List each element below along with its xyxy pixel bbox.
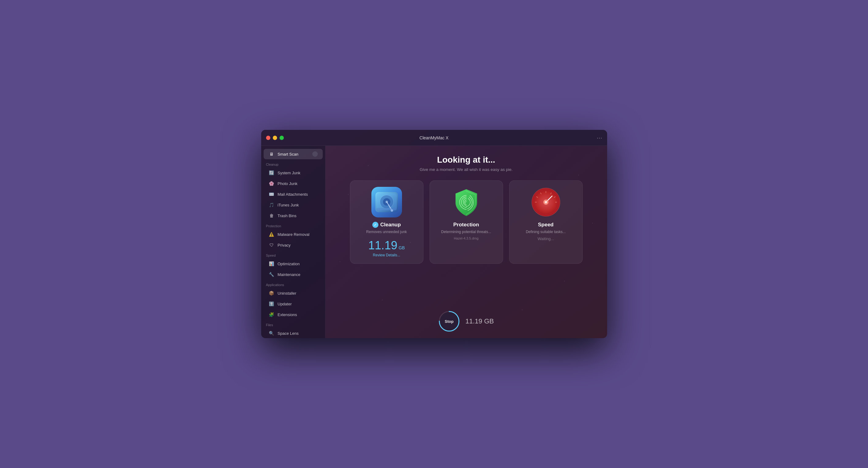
photo-junk-icon: 🌸 [269, 180, 275, 186]
sidebar-item-label: Extensions [278, 313, 297, 317]
cleanup-card: ✓ Cleanup Removes unneeded junk 11.19 GB… [350, 180, 424, 264]
maximize-button[interactable] [280, 136, 284, 140]
space-lens-icon: 🔍 [269, 330, 275, 336]
sidebar-item-space-lens[interactable]: 🔍 Space Lens [264, 328, 323, 338]
system-junk-icon: 🔄 [269, 170, 275, 176]
cleanup-check-icon: ✓ [372, 222, 378, 228]
sidebar-item-malware-removal[interactable]: ⚠️ Malware Removal [264, 229, 323, 239]
protection-card: Protection Determining potential threats… [430, 180, 503, 264]
svg-point-19 [545, 201, 547, 203]
cleanup-card-desc: Removes unneeded junk [366, 230, 407, 234]
sidebar-item-smart-scan[interactable]: 🖥 Smart Scan [264, 149, 323, 159]
sidebar-item-maintenance[interactable]: 🔧 Maintenance [264, 269, 323, 280]
cleanup-unit: GB [399, 245, 405, 250]
sidebar-item-system-junk[interactable]: 🔄 System Junk [264, 168, 323, 178]
content-area: 🖥 Smart Scan Cleanup 🔄 System Junk 🌸 Pho… [261, 146, 607, 338]
stop-button-container[interactable]: Stop [438, 311, 460, 332]
trash-icon: 🗑 [269, 212, 275, 219]
files-section-label: Files [261, 320, 325, 328]
sidebar-item-label: iTunes Junk [278, 203, 299, 207]
titlebar: CleanMyMac X ⋯ [261, 130, 607, 146]
cleanup-card-title: ✓ Cleanup [372, 222, 401, 228]
applications-section-label: Applications [261, 280, 325, 288]
protection-card-sub: Hazel-4.3.5.dmg [454, 236, 478, 240]
sidebar-item-label: Privacy [278, 243, 291, 247]
speed-card-desc: Defining suitable tasks... [526, 230, 565, 234]
app-title: CleanMyMac X [420, 136, 448, 140]
review-details-link[interactable]: Review Details... [373, 253, 400, 257]
extensions-icon: 🧩 [269, 312, 275, 318]
sidebar-item-label: Updater [278, 302, 292, 306]
sidebar-item-uninstaller[interactable]: 📦 Uninstaller [264, 288, 323, 298]
sidebar-item-photo-junk[interactable]: 🌸 Photo Junk [264, 178, 323, 189]
cards-row: ✓ Cleanup Removes unneeded junk 11.19 GB… [350, 180, 583, 264]
sidebar-item-privacy[interactable]: 🛡 Privacy [264, 240, 323, 250]
sidebar-item-updater[interactable]: ⬆️ Updater [264, 299, 323, 309]
app-window: CleanMyMac X ⋯ 🖥 Smart Scan Cleanup 🔄 Sy… [261, 130, 607, 338]
sidebar-item-mail-attachments[interactable]: ✉️ Mail Attachments [264, 189, 323, 199]
maintenance-icon: 🔧 [269, 271, 275, 277]
traffic-lights [266, 136, 284, 140]
sidebar-item-label: System Junk [278, 171, 300, 175]
sidebar: 🖥 Smart Scan Cleanup 🔄 System Junk 🌸 Pho… [261, 146, 326, 338]
protection-card-title: Protection [453, 222, 479, 228]
speed-card: Speed Defining suitable tasks... Waiting… [509, 180, 583, 264]
close-button[interactable] [266, 136, 270, 140]
sidebar-item-optimization[interactable]: 📊 Optimization [264, 259, 323, 269]
malware-icon: ⚠️ [269, 231, 275, 237]
smart-scan-badge [312, 151, 318, 157]
sidebar-item-label: Mail Attachments [278, 192, 308, 197]
sidebar-item-label: Photo Junk [278, 181, 298, 186]
speed-section-label: Speed [261, 251, 325, 259]
updater-icon: ⬆️ [269, 301, 275, 307]
sidebar-item-trash-bins[interactable]: 🗑 Trash Bins [264, 210, 323, 221]
sidebar-item-label: Uninstaller [278, 291, 297, 296]
shield-icon-svg [451, 187, 482, 217]
disk-icon-svg [373, 188, 401, 216]
speed-card-title: Speed [538, 222, 554, 228]
main-content: Looking at it... Give me a moment. We al… [326, 146, 607, 338]
sidebar-item-label: Malware Removal [278, 232, 310, 237]
speedometer-icon-svg [531, 187, 561, 217]
main-title: Looking at it... [437, 155, 495, 165]
sidebar-item-label: Trash Bins [278, 213, 297, 218]
minimize-button[interactable] [273, 136, 277, 140]
optimization-icon: 📊 [269, 261, 275, 267]
more-options[interactable]: ⋯ [597, 135, 602, 141]
sidebar-item-label: Optimization [278, 262, 300, 266]
cleanup-number: 11.19 [368, 239, 397, 251]
privacy-icon: 🛡 [269, 242, 275, 248]
gb-display: 11.19 GB [465, 317, 494, 325]
protection-card-icon [451, 187, 482, 217]
speed-waiting: Waiting... [538, 236, 554, 241]
uninstaller-icon: 📦 [269, 290, 275, 296]
cleanup-section-label: Cleanup [261, 159, 325, 168]
protection-card-desc: Determining potential threats... [441, 230, 491, 234]
sidebar-item-itunes-junk[interactable]: 🎵 iTunes Junk [264, 200, 323, 210]
main-subtitle: Give me a moment. We all wish it was eas… [420, 167, 513, 172]
mail-icon: ✉️ [269, 191, 275, 197]
speed-card-icon [531, 187, 561, 217]
bottom-bar: Stop 11.19 GB [438, 311, 494, 332]
stop-button[interactable]: Stop [440, 312, 458, 330]
sidebar-item-label: Smart Scan [278, 152, 299, 156]
sidebar-item-extensions[interactable]: 🧩 Extensions [264, 309, 323, 320]
protection-section-label: Protection [261, 221, 325, 229]
svg-rect-7 [377, 208, 397, 210]
sidebar-item-label: Maintenance [278, 272, 300, 277]
smart-scan-icon: 🖥 [269, 151, 275, 157]
itunes-icon: 🎵 [269, 202, 275, 208]
cleanup-card-icon [371, 187, 402, 217]
sidebar-item-label: Space Lens [278, 331, 299, 336]
